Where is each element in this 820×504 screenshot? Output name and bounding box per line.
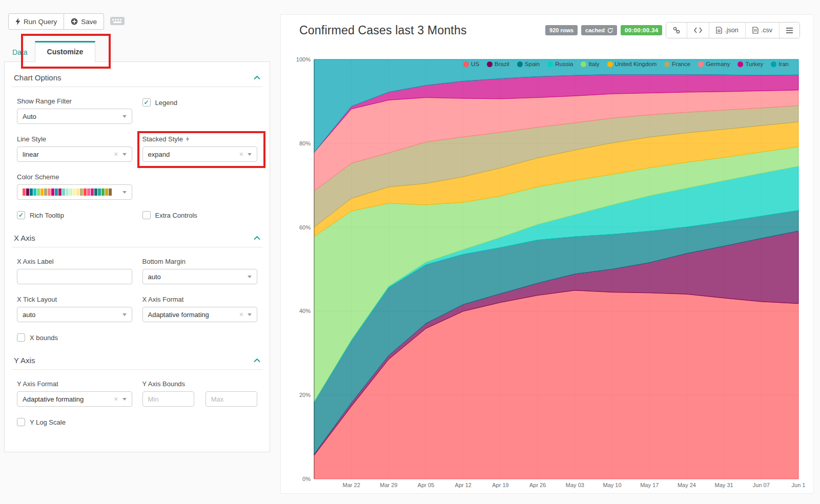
select-value: Adaptative formating (148, 311, 209, 319)
section-header-x-axis[interactable]: X Axis (12, 229, 262, 247)
clear-x-icon[interactable]: × (114, 151, 118, 158)
legend-item[interactable]: Germany (698, 61, 730, 67)
tab-data[interactable]: Data (5, 43, 35, 61)
save-button[interactable]: Save (64, 13, 104, 30)
legend-swatch-icon (664, 61, 670, 67)
legend-item[interactable]: France (664, 61, 690, 67)
y-log-scale-checkbox[interactable]: Y Log Scale (17, 418, 132, 426)
svg-text:May 10: May 10 (603, 482, 621, 488)
legend-item[interactable]: Turkey (737, 61, 763, 67)
plus-circle-icon (71, 18, 78, 25)
stacked-area-chart[interactable]: Mar 22Mar 29Apr 05Apr 12Apr 19Apr 26May … (281, 15, 814, 493)
color-scheme-select[interactable] (17, 184, 132, 200)
legend-item[interactable]: Russia (547, 61, 573, 67)
section-title: X Axis (14, 234, 35, 242)
tab-customize[interactable]: Customize (35, 41, 96, 62)
divider (12, 247, 262, 247)
color-swatch (66, 188, 69, 196)
section-header-y-axis[interactable]: Y Axis (12, 352, 262, 369)
checkbox-label: Extra Controls (155, 212, 197, 219)
clear-x-icon[interactable]: × (239, 311, 243, 318)
stacked-style-select[interactable]: expand × (142, 146, 258, 162)
extra-controls-checkbox[interactable]: Extra Controls (142, 211, 258, 219)
bolt-icon (186, 136, 190, 142)
legend-item[interactable]: Spain (517, 61, 540, 67)
caret-down-icon (122, 398, 127, 401)
svg-text:Mar 22: Mar 22 (343, 482, 360, 488)
json-label: .json (725, 27, 738, 34)
legend-label: US (471, 61, 479, 67)
legend-item[interactable]: US (463, 61, 479, 67)
select-value: expand (148, 151, 170, 158)
svg-text:60%: 60% (299, 224, 311, 230)
explore-tabs: Data Customize (0, 40, 275, 61)
view-query-button[interactable] (687, 23, 709, 38)
y-axis-format-select[interactable]: Adaptative formating × (17, 391, 132, 407)
export-csv-button[interactable]: .csv (745, 23, 779, 38)
legend-item[interactable]: Italy (581, 61, 599, 67)
legend-label: Germany (706, 61, 730, 67)
color-swatch (51, 188, 54, 196)
x-axis-label-input[interactable] (17, 269, 132, 284)
svg-text:0%: 0% (302, 476, 311, 482)
x-axis-format-select[interactable]: Adaptative formating × (142, 307, 258, 322)
cached-label: cached (585, 27, 605, 33)
short-link-button[interactable] (666, 23, 687, 38)
x-bounds-checkbox[interactable]: X bounds (17, 333, 132, 342)
field-show-range-filter: Show Range Filter Auto (17, 97, 132, 124)
section-header-chart-options[interactable]: Chart Options (12, 69, 262, 87)
svg-text:100%: 100% (296, 56, 311, 62)
y-axis-min-input[interactable] (142, 391, 194, 407)
color-swatch (109, 188, 112, 196)
chart-card: Confirmed Cases last 3 Months 920 rows c… (280, 14, 814, 494)
legend-checkbox[interactable]: ✓ Legend (142, 98, 258, 107)
x-tick-layout-select[interactable]: auto (17, 307, 132, 322)
field-y-axis-bounds: Y Axis Bounds (142, 380, 258, 407)
caret-down-icon (122, 191, 127, 194)
svg-text:80%: 80% (299, 140, 311, 146)
legend-item[interactable]: Brazil (487, 61, 509, 67)
field-label: Stacked Style (142, 135, 183, 143)
field-bottom-margin: Bottom Margin auto (142, 258, 258, 284)
cached-badge[interactable]: cached (581, 25, 617, 35)
legend-swatch-icon (463, 61, 469, 67)
color-swatch (33, 188, 36, 196)
legend-label: Turkey (745, 61, 763, 67)
checkbox-icon: ✓ (142, 98, 151, 107)
line-style-select[interactable]: linear × (17, 146, 132, 162)
svg-text:Apr 05: Apr 05 (418, 482, 434, 488)
tab-customize-label: Customize (47, 48, 84, 56)
color-swatch (23, 188, 26, 196)
svg-text:Apr 26: Apr 26 (529, 482, 546, 488)
legend-item[interactable]: Iran (771, 61, 789, 67)
section-title: Y Axis (14, 356, 35, 365)
show-range-filter-select[interactable]: Auto (17, 109, 132, 124)
run-query-button[interactable]: Run Query (8, 13, 64, 30)
bottom-margin-select[interactable]: auto (142, 269, 258, 284)
color-swatch (98, 188, 101, 196)
caret-down-icon (122, 153, 127, 156)
chart-menu-button[interactable] (779, 23, 799, 38)
field-label: X Tick Layout (17, 296, 132, 303)
field-label: Y Axis Format (17, 380, 132, 388)
select-value: linear (23, 151, 39, 158)
legend-label: Russia (555, 61, 573, 67)
field-x-axis-format: X Axis Format Adaptative formating × (142, 296, 258, 322)
field-y-log-scale: Y Log Scale (17, 418, 132, 426)
svg-text:Jun 07: Jun 07 (753, 482, 770, 488)
color-scheme-swatches (23, 188, 112, 196)
select-value: Adaptative formating (23, 395, 84, 403)
legend-swatch-icon (737, 61, 743, 67)
legend-item[interactable]: United Kingdom (607, 61, 657, 67)
color-swatch (26, 188, 29, 196)
field-x-tick-layout: X Tick Layout auto (17, 296, 132, 322)
rich-tooltip-checkbox[interactable]: ✓ Rich Tooltip (17, 211, 132, 219)
field-legend: ✓ Legend (142, 97, 258, 124)
clear-x-icon[interactable]: × (239, 151, 243, 158)
keyboard-shortcuts-button[interactable] (109, 15, 126, 28)
color-swatch (62, 188, 65, 196)
export-json-button[interactable]: .json (709, 23, 745, 38)
svg-text:May 31: May 31 (715, 482, 733, 488)
y-axis-max-input[interactable] (206, 391, 257, 407)
clear-x-icon[interactable]: × (114, 395, 118, 403)
